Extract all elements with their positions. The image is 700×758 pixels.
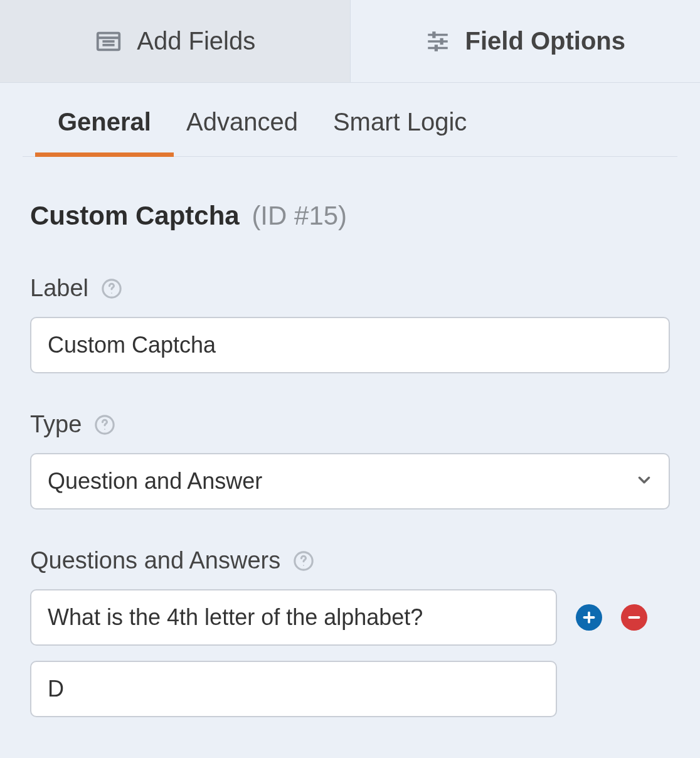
sub-tabs: General Advanced Smart Logic bbox=[23, 83, 677, 157]
svg-point-11 bbox=[111, 292, 112, 294]
svg-point-15 bbox=[303, 565, 304, 566]
label-label: Label bbox=[30, 275, 88, 302]
tab-add-fields[interactable]: Add Fields bbox=[0, 0, 351, 82]
sub-tab-advanced-label: Advanced bbox=[186, 108, 298, 136]
help-icon[interactable] bbox=[101, 278, 122, 299]
type-section: Type Question and Answer bbox=[30, 411, 670, 510]
sliders-icon bbox=[425, 28, 451, 55]
svg-rect-7 bbox=[440, 38, 443, 45]
svg-rect-4 bbox=[428, 33, 448, 36]
qa-label: Questions and Answers bbox=[30, 547, 280, 574]
sub-tab-smart-logic[interactable]: Smart Logic bbox=[333, 108, 467, 156]
svg-rect-9 bbox=[435, 45, 438, 51]
question-input[interactable] bbox=[30, 589, 557, 646]
add-question-button[interactable] bbox=[576, 604, 602, 631]
qa-row bbox=[30, 589, 670, 646]
label-section: Label bbox=[30, 275, 670, 373]
list-icon bbox=[94, 27, 123, 56]
type-select[interactable]: Question and Answer bbox=[30, 453, 670, 510]
type-select-value: Question and Answer bbox=[48, 468, 262, 494]
sub-tab-smart-logic-label: Smart Logic bbox=[333, 108, 467, 136]
top-tabs: Add Fields Field Options bbox=[0, 0, 700, 83]
options-panel: Custom Captcha (ID #15) Label Type bbox=[0, 157, 700, 717]
sub-tab-general-label: General bbox=[58, 108, 151, 136]
svg-rect-5 bbox=[433, 31, 436, 38]
help-icon[interactable] bbox=[293, 550, 314, 572]
field-id-tag: (ID #15) bbox=[252, 201, 347, 230]
answer-input[interactable] bbox=[30, 661, 557, 717]
field-title: Custom Captcha (ID #15) bbox=[30, 201, 670, 231]
tab-field-options-label: Field Options bbox=[465, 27, 625, 55]
sub-tab-general[interactable]: General bbox=[58, 108, 151, 156]
tab-field-options[interactable]: Field Options bbox=[351, 0, 701, 82]
svg-rect-6 bbox=[428, 40, 448, 43]
svg-point-13 bbox=[105, 429, 106, 430]
type-label: Type bbox=[30, 411, 82, 438]
field-title-text: Custom Captcha bbox=[30, 201, 240, 230]
qa-section: Questions and Answers bbox=[30, 547, 670, 717]
sub-tab-advanced[interactable]: Advanced bbox=[186, 108, 298, 156]
tab-add-fields-label: Add Fields bbox=[137, 27, 255, 55]
help-icon[interactable] bbox=[94, 414, 115, 435]
label-input[interactable] bbox=[30, 317, 670, 373]
remove-question-button[interactable] bbox=[621, 604, 647, 631]
